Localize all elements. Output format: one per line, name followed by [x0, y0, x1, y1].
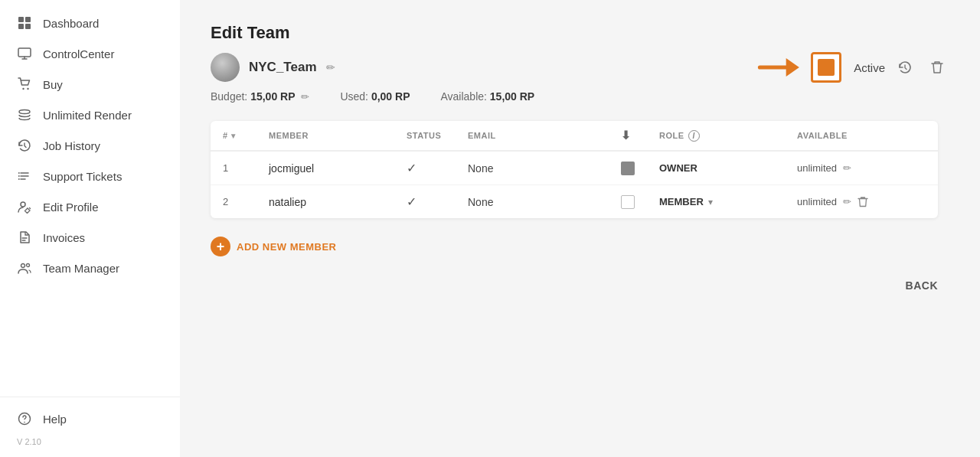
monitor-icon	[17, 46, 32, 61]
help-circle-icon	[17, 411, 32, 426]
used-label: Used:	[340, 90, 368, 103]
sidebar-item-job-history[interactable]: Job History	[0, 130, 180, 161]
main-content: Edit Team NYC_Team ✏ Active	[180, 0, 980, 457]
list-icon	[17, 168, 32, 184]
th-role: ROLE i	[659, 130, 797, 142]
sidebar-label-edit-profile: Edit Profile	[43, 201, 99, 214]
row-1-edit-icon[interactable]: ✏	[843, 162, 851, 174]
history-button[interactable]	[893, 55, 917, 80]
svg-rect-3	[25, 24, 31, 29]
users-icon	[17, 260, 32, 276]
active-toggle-button[interactable]	[811, 52, 841, 83]
add-member-button[interactable]: + ADD NEW MEMBER	[211, 237, 949, 256]
budget-edit-icon[interactable]: ✏	[301, 91, 309, 103]
svg-point-17	[21, 264, 25, 268]
history-icon	[17, 138, 32, 153]
page-title: Edit Team	[211, 23, 949, 43]
budget-section: Budget: 15,00 RP ✏	[211, 90, 309, 103]
arrow-annotation	[757, 54, 803, 81]
role-dropdown-icon[interactable]: ▾	[708, 197, 713, 207]
svg-point-12	[18, 175, 20, 177]
row-2-member: nataliep	[269, 196, 407, 208]
row-2-role: MEMBER ▾	[659, 196, 797, 207]
team-name-edit-icon[interactable]: ✏	[326, 61, 335, 73]
row-1-email: None	[468, 162, 621, 175]
team-name: NYC_Team	[249, 60, 317, 75]
row-2-available: unlimited ✏	[797, 196, 935, 208]
row-2-download[interactable]	[621, 195, 659, 209]
row-1-status: ✓	[407, 161, 468, 175]
add-circle-icon: +	[211, 237, 230, 256]
sidebar-item-unlimited-render[interactable]: Unlimited Render	[0, 100, 180, 130]
layers-icon	[17, 107, 32, 122]
sidebar-item-buy[interactable]: Buy	[0, 69, 180, 100]
history-btn-icon	[898, 60, 912, 74]
svg-point-18	[27, 264, 30, 267]
sidebar-label-support-tickets: Support Tickets	[43, 170, 122, 183]
svg-rect-2	[18, 24, 24, 29]
th-available: AVAILABLE	[797, 131, 935, 140]
color-swatch-filled	[621, 162, 635, 175]
row-2-num: 2	[223, 196, 269, 207]
sidebar-label-buy: Buy	[43, 78, 63, 91]
th-email: EMAIL	[468, 131, 621, 140]
row-2-delete-icon[interactable]	[858, 196, 868, 208]
delete-team-button[interactable]	[925, 55, 949, 80]
th-number[interactable]: # ▼	[223, 131, 269, 140]
add-member-label: ADD NEW MEMBER	[237, 241, 337, 253]
row-1-available: unlimited ✏	[797, 162, 935, 174]
active-toggle-inner	[818, 59, 835, 76]
budget-value: 15,00 RP	[250, 90, 295, 103]
sidebar-item-invoices[interactable]: Invoices	[0, 222, 180, 253]
sidebar-label-team-manager: Team Manager	[43, 262, 119, 275]
active-label: Active	[854, 61, 885, 74]
th-status: STATUS	[407, 131, 468, 140]
back-button[interactable]: BACK	[906, 279, 938, 292]
svg-rect-0	[18, 17, 24, 22]
sidebar-item-edit-profile[interactable]: Edit Profile	[0, 191, 180, 222]
table-header: # ▼ MEMBER STATUS EMAIL ⬇ ROLE i AVAILAB…	[211, 121, 938, 152]
sidebar-item-help[interactable]: Help	[0, 403, 180, 434]
team-header: NYC_Team ✏ Active	[211, 52, 949, 83]
available-section: Available: 15,00 RP	[440, 90, 534, 103]
sidebar-item-support-tickets[interactable]: Support Tickets	[0, 161, 180, 191]
app-version: V 2.10	[0, 434, 180, 449]
sidebar-item-control-center[interactable]: ControlCenter	[0, 38, 180, 69]
svg-point-6	[27, 88, 28, 90]
row-2-email: None	[468, 196, 621, 208]
row-1-num: 1	[223, 162, 269, 174]
grid-icon	[17, 15, 32, 31]
sidebar-item-dashboard[interactable]: Dashboard	[0, 8, 180, 38]
check-icon: ✓	[407, 162, 416, 175]
budget-label: Budget:	[211, 90, 247, 103]
header-right: Active	[757, 52, 949, 83]
available-label: Available:	[440, 90, 486, 103]
svg-rect-1	[25, 17, 31, 22]
row-1-member: jocmiguel	[269, 162, 407, 175]
svg-point-20	[24, 422, 25, 423]
team-avatar	[211, 53, 240, 82]
th-download[interactable]: ⬇	[621, 129, 659, 142]
row-2-status: ✓	[407, 194, 468, 209]
back-row: BACK	[211, 279, 938, 292]
role-info-icon[interactable]: i	[688, 130, 700, 142]
check-icon: ✓	[407, 195, 416, 208]
sidebar-label-dashboard: Dashboard	[43, 17, 99, 30]
svg-rect-4	[18, 48, 31, 57]
th-member: MEMBER	[269, 131, 407, 140]
row-1-role: OWNER	[659, 162, 797, 174]
orange-arrow-icon	[757, 54, 803, 81]
sidebar-label-help: Help	[43, 413, 67, 426]
svg-point-5	[22, 88, 24, 90]
sort-arrow-icon: ▼	[230, 132, 237, 140]
download-icon: ⬇	[621, 129, 632, 142]
svg-point-14	[21, 202, 25, 207]
user-edit-icon	[17, 199, 32, 214]
svg-point-11	[18, 172, 20, 174]
available-value: 15,00 RP	[490, 90, 534, 103]
svg-point-7	[19, 110, 30, 114]
row-2-edit-icon[interactable]: ✏	[843, 196, 851, 207]
row-1-download[interactable]	[621, 162, 659, 175]
sidebar-item-team-manager[interactable]: Team Manager	[0, 253, 180, 283]
sidebar: Dashboard ControlCenter Buy	[0, 0, 180, 457]
